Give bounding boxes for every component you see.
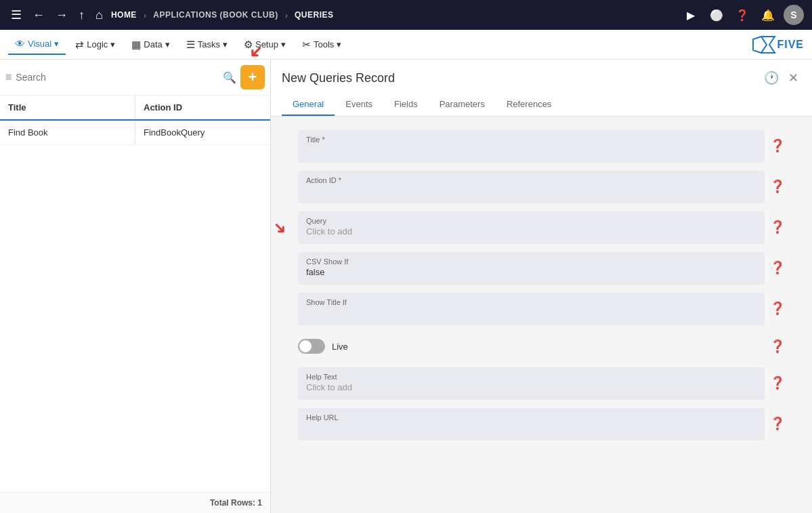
help-text-help-icon[interactable]: ❓: [770, 375, 785, 390]
csv-show-if-wrap: CSV Show If false: [298, 252, 765, 285]
home-icon[interactable]: ⌂: [93, 5, 106, 25]
section-link[interactable]: QUERIES: [295, 10, 334, 20]
top-nav: ☰ ← → ↑ ⌂ HOME › APPLICATIONS (BOOK CLUB…: [0, 0, 812, 30]
tasks-icon: ☰: [186, 39, 195, 51]
logic-label: Logic: [87, 39, 108, 49]
title-field-box[interactable]: Title *: [298, 130, 765, 163]
live-row: Live ❓: [298, 333, 785, 359]
search-input[interactable]: [16, 72, 219, 83]
title-label: Title *: [306, 136, 756, 144]
visual-label: Visual: [28, 39, 51, 49]
help-url-wrap: Help URL: [298, 408, 765, 440]
action-id-input-wrap: Action ID *: [298, 171, 765, 203]
query-relative-wrap: ➜ Query Click to add: [298, 211, 765, 244]
record-header: New Queries Record 🕐 ✕ General Events Fi…: [271, 60, 812, 117]
main-layout: ≡ 🔍 ➜ + Title Action ID Find Book FindBo…: [0, 60, 812, 513]
visual-chevron: ▾: [54, 39, 59, 49]
search-button[interactable]: ⚪: [706, 5, 727, 25]
field-query: ➜ Query Click to add ❓: [298, 211, 785, 244]
setup-chevron: ▾: [281, 39, 286, 49]
header-actions: 🕐 ✕: [761, 68, 801, 88]
nav-item-visual[interactable]: 👁 Visual ▾: [8, 34, 66, 55]
close-icon[interactable]: ✕: [786, 68, 801, 88]
help-url-box[interactable]: Help URL: [298, 408, 765, 440]
query-placeholder: Click to add: [306, 226, 756, 237]
show-title-if-label: Show Title If: [306, 298, 756, 306]
table-body: Find Book FindBookQuery: [0, 121, 270, 492]
hamburger-icon[interactable]: ☰: [8, 5, 24, 25]
home-link[interactable]: HOME: [111, 10, 137, 20]
play-button[interactable]: ▶: [681, 5, 701, 25]
notifications-button[interactable]: 🔔: [758, 5, 778, 25]
second-nav: 👁 Visual ▾ ⇄ Logic ▾ ▦ Data ▾ ☰ Tasks ▾ …: [0, 30, 812, 60]
csv-show-if-box[interactable]: CSV Show If false: [298, 252, 765, 285]
back-icon[interactable]: ←: [30, 5, 47, 25]
help-url-help-icon[interactable]: ❓: [770, 416, 785, 431]
tab-events[interactable]: Events: [335, 94, 383, 116]
tools-icon: ✂: [302, 39, 311, 51]
forward-icon[interactable]: →: [53, 5, 70, 25]
help-text-label: Help Text: [306, 373, 756, 381]
tasks-chevron: ▾: [223, 39, 228, 49]
record-title-row: New Queries Record 🕐 ✕: [282, 68, 801, 88]
live-toggle[interactable]: [298, 339, 325, 354]
setup-icon: ⚙: [244, 39, 253, 51]
field-help-text: Help Text Click to add ❓: [298, 367, 785, 400]
col-action-id: Action ID: [135, 96, 270, 119]
field-show-title-if: Show Title If ❓: [298, 293, 785, 325]
live-help-icon[interactable]: ❓: [770, 339, 785, 354]
query-label: Query: [306, 217, 756, 225]
logic-icon: ⇄: [75, 39, 84, 51]
query-field-box[interactable]: Query Click to add: [298, 211, 765, 244]
help-text-box[interactable]: Help Text Click to add: [298, 367, 765, 400]
tab-general[interactable]: General: [282, 94, 335, 116]
nav-item-data[interactable]: ▦ Data ▾: [125, 35, 176, 55]
tasks-label: Tasks: [198, 39, 220, 49]
cell-action-id: FindBookQuery: [135, 121, 270, 144]
nav-item-logic[interactable]: ⇄ Logic ▾: [68, 35, 122, 55]
tab-parameters[interactable]: Parameters: [429, 94, 496, 116]
user-avatar[interactable]: S: [784, 5, 804, 25]
help-button[interactable]: ❓: [732, 5, 752, 25]
nav-item-tasks[interactable]: ☰ Tasks ▾: [179, 35, 234, 55]
search-icon[interactable]: 🔍: [223, 71, 236, 84]
nav-separator-1: ›: [144, 10, 146, 20]
title-help-icon[interactable]: ❓: [770, 138, 785, 153]
nav-item-tools[interactable]: ✂ Tools ▾: [295, 35, 348, 55]
setup-label: Setup: [255, 39, 278, 49]
five-text: FIVE: [777, 39, 804, 51]
data-chevron: ▾: [165, 39, 170, 49]
nav-separator-2: ›: [285, 10, 288, 20]
field-help-url: Help URL ❓: [298, 408, 785, 440]
data-icon: ▦: [131, 39, 141, 51]
action-id-label: Action ID *: [306, 176, 756, 184]
help-url-label: Help URL: [306, 413, 756, 422]
action-id-field-box[interactable]: Action ID *: [298, 171, 765, 203]
up-icon[interactable]: ↑: [76, 5, 87, 25]
show-title-if-box[interactable]: Show Title If: [298, 293, 765, 325]
help-text-placeholder: Click to add: [306, 382, 756, 392]
show-title-if-help-icon[interactable]: ❓: [770, 301, 785, 316]
title-input-wrap: Title *: [298, 130, 765, 163]
history-icon[interactable]: 🕐: [761, 68, 782, 88]
app-link[interactable]: APPLICATIONS (BOOK CLUB): [153, 10, 278, 20]
toggle-wrap: Live: [298, 333, 765, 359]
field-action-id: Action ID * ❓: [298, 171, 785, 203]
table-row[interactable]: Find Book FindBookQuery: [0, 121, 270, 145]
form-content: Title * ❓ Action ID * ❓ ➜: [271, 117, 812, 513]
csv-show-if-label: CSV Show If: [306, 258, 756, 266]
table-footer: Total Rows: 1: [0, 492, 270, 513]
tools-chevron: ▾: [337, 39, 341, 49]
data-label: Data: [144, 39, 162, 49]
help-text-wrap: Help Text Click to add: [298, 367, 765, 400]
csv-show-if-help-icon[interactable]: ❓: [770, 260, 785, 275]
add-record-button[interactable]: +: [240, 65, 265, 89]
csv-show-if-value: false: [306, 267, 756, 277]
query-help-icon[interactable]: ❓: [770, 220, 785, 234]
tab-references[interactable]: References: [496, 94, 562, 116]
action-id-help-icon[interactable]: ❓: [770, 179, 785, 194]
live-label: Live: [332, 342, 348, 352]
filter-icon[interactable]: ≡: [5, 71, 12, 83]
nav-item-setup[interactable]: ⚙ Setup ▾: [237, 35, 293, 55]
tab-fields[interactable]: Fields: [383, 94, 429, 116]
